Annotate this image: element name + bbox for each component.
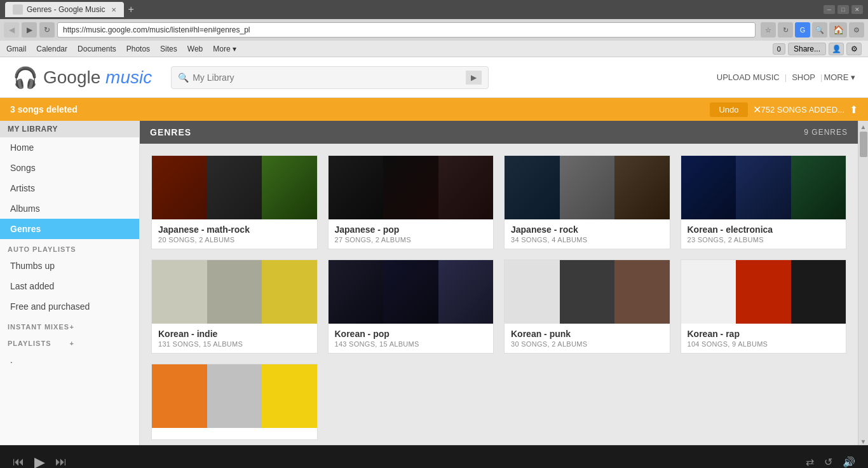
bookmark-documents[interactable]: Documents xyxy=(78,45,116,53)
reload-button-2[interactable]: ↻ xyxy=(778,22,793,38)
browser-tab[interactable]: Genres - Google Music ✕ xyxy=(5,2,124,17)
genre-name: Korean - indie xyxy=(158,329,311,339)
genre-card-kr-electronica[interactable]: Korean - electronica 23 SONGS, 2 ALBUMS xyxy=(681,155,847,249)
album-art-cell xyxy=(560,260,615,324)
upload-music-link[interactable]: UPLOAD MUSIC xyxy=(713,70,783,85)
sidebar-item-dot[interactable]: . xyxy=(0,350,139,370)
new-tab-button[interactable]: + xyxy=(128,4,133,15)
bookmark-web[interactable]: Web xyxy=(187,45,203,53)
close-button[interactable]: ✕ xyxy=(851,5,863,14)
user-icon[interactable]: 👤 xyxy=(829,43,844,55)
address-bar[interactable]: https://music.google.com/music/listen#hl… xyxy=(57,22,756,38)
genre-info: Korean - indie 131 SONGS, 15 ALBUMS xyxy=(152,324,317,353)
search-box[interactable]: 🔍 ▶ xyxy=(171,66,489,89)
genre-card-kr-indie[interactable]: Korean - indie 131 SONGS, 15 ALBUMS xyxy=(151,259,318,354)
genre-info: Korean - rap 104 SONGS, 9 ALBUMS xyxy=(681,324,846,353)
search-input[interactable] xyxy=(193,72,463,83)
genre-card-kr-rap[interactable]: Korean - rap 104 SONGS, 9 ALBUMS xyxy=(681,259,847,354)
notification-count[interactable]: 0 xyxy=(773,43,785,55)
forward-button[interactable]: ▶ xyxy=(22,22,37,38)
tab-close-icon[interactable]: ✕ xyxy=(111,6,116,13)
undo-button[interactable]: Undo xyxy=(710,102,747,117)
genre-art-jp-rock xyxy=(505,156,670,219)
genre-name: Korean - punk xyxy=(511,329,663,339)
wrench-icon[interactable]: ⚙ xyxy=(846,43,862,55)
scroll-down-arrow[interactable]: ▼ xyxy=(860,438,867,445)
playlists-section: PLAYLISTS + xyxy=(0,333,139,350)
playlists-add-button[interactable]: + xyxy=(70,340,132,347)
sidebar-item-lastadded[interactable]: Last added xyxy=(0,276,139,296)
repeat-button[interactable]: ↺ xyxy=(824,456,832,468)
shuffle-button[interactable]: ⇄ xyxy=(806,456,814,468)
genre-art-jp-pop xyxy=(329,156,494,219)
genre-card-kr-punk[interactable]: Korean - punk 30 SONGS, 2 ALBUMS xyxy=(504,259,670,354)
back-button[interactable]: ◀ xyxy=(4,22,19,38)
genre-card-jp-rock[interactable]: Japanese - rock 34 SONGS, 4 ALBUMS xyxy=(504,155,670,249)
album-art-cell xyxy=(505,156,560,219)
scroll-track xyxy=(860,132,867,437)
upload-icon: ⬆ xyxy=(850,104,858,116)
genre-meta: 34 SONGS, 4 ALBUMS xyxy=(511,236,663,244)
search-submit-button[interactable]: ▶ xyxy=(466,71,482,85)
songs-added-text: 752 SONGS ADDED... xyxy=(761,105,845,114)
genre-card-jp-mathrock[interactable]: Japanese - math-rock 20 SONGS, 2 ALBUMS xyxy=(151,155,318,249)
minimize-button[interactable]: ─ xyxy=(824,5,835,14)
album-art-cell xyxy=(262,260,317,324)
instant-mixes-section: INSTANT MIXES + xyxy=(0,317,139,333)
bookmark-calendar[interactable]: Calendar xyxy=(36,45,67,53)
scrollbar[interactable]: ▲ ▼ xyxy=(858,121,868,445)
instant-mixes-label: INSTANT MIXES xyxy=(8,323,70,331)
search-icon: 🔍 xyxy=(178,72,189,83)
volume-button[interactable]: 🔊 xyxy=(843,456,855,468)
content-header: GENRES 9 GENRES xyxy=(140,121,858,144)
genre-card-kr-pop[interactable]: Korean - pop 143 SONGS, 15 ALBUMS xyxy=(328,259,494,354)
app-header: 🎧 Google music 🔍 ▶ UPLOAD MUSIC | SHOP |… xyxy=(0,57,868,98)
sidebar-item-freeandpurchased[interactable]: Free and purchased xyxy=(0,296,139,317)
sidebar-item-artists[interactable]: Artists xyxy=(0,178,139,198)
genre-art-jp-mathrock xyxy=(152,156,317,219)
genre-card-jp-pop[interactable]: Japanese - pop 27 SONGS, 2 ALBUMS xyxy=(328,155,494,249)
next-button[interactable]: ⏭ xyxy=(55,455,67,468)
settings-button[interactable]: ⚙ xyxy=(849,22,864,38)
star-button[interactable]: ☆ xyxy=(761,22,776,38)
google-search-icon[interactable]: G xyxy=(795,22,810,38)
album-art-cell xyxy=(791,156,846,219)
sidebar-item-home[interactable]: Home xyxy=(0,137,139,158)
genre-art-kr-rap xyxy=(681,260,846,324)
main-container: MY LIBRARY Home Songs Artists Albums Gen… xyxy=(0,121,868,445)
bookmark-gmail[interactable]: Gmail xyxy=(6,45,26,53)
bookmark-more-button[interactable]: More ▾ xyxy=(213,45,236,53)
search-button[interactable]: 🔍 xyxy=(812,22,827,38)
browser-navbar: ◀ ▶ ↻ https://music.google.com/music/lis… xyxy=(0,19,868,41)
genre-name: Korean - rap xyxy=(688,329,840,339)
sidebar-item-albums[interactable]: Albums xyxy=(0,198,139,219)
album-art-cell xyxy=(207,156,262,219)
logo-google: Google xyxy=(43,67,100,87)
sidebar-item-genres[interactable]: Genres xyxy=(0,219,139,239)
genre-art-kr-unknown xyxy=(152,364,317,428)
browser-titlebar: Genres - Google Music ✕ + ─ □ ✕ xyxy=(0,0,868,19)
shop-link[interactable]: SHOP xyxy=(788,70,819,85)
album-art-cell xyxy=(560,156,615,219)
genre-art-kr-punk xyxy=(505,260,670,324)
prev-button[interactable]: ⏮ xyxy=(13,455,24,468)
player-bar: ⏮ ▶ ⏭ ⇄ ↺ 🔊 xyxy=(0,445,868,468)
sidebar-item-songs[interactable]: Songs xyxy=(0,158,139,178)
reload-button[interactable]: ↻ xyxy=(39,22,55,38)
bookmark-sites[interactable]: Sites xyxy=(160,45,177,53)
scroll-thumb[interactable] xyxy=(860,132,867,157)
play-button[interactable]: ▶ xyxy=(34,454,45,469)
bookmark-photos[interactable]: Photos xyxy=(126,45,150,53)
header-right: UPLOAD MUSIC | SHOP | MORE ▾ xyxy=(713,70,855,85)
notification-close-icon[interactable]: ✕ xyxy=(753,104,761,116)
album-art-cell xyxy=(681,260,736,324)
more-menu[interactable]: MORE ▾ xyxy=(824,72,855,82)
instant-mixes-add-button[interactable]: + xyxy=(70,323,132,331)
more-label: MORE ▾ xyxy=(824,72,855,82)
sidebar-item-thumbsup[interactable]: Thumbs up xyxy=(0,256,139,276)
home-button[interactable]: 🏠 xyxy=(829,22,847,38)
maximize-button[interactable]: □ xyxy=(837,5,849,14)
scroll-up-arrow[interactable]: ▲ xyxy=(860,123,867,130)
genre-card-kr-unknown[interactable] xyxy=(151,364,318,440)
share-button[interactable]: Share... xyxy=(788,43,826,55)
